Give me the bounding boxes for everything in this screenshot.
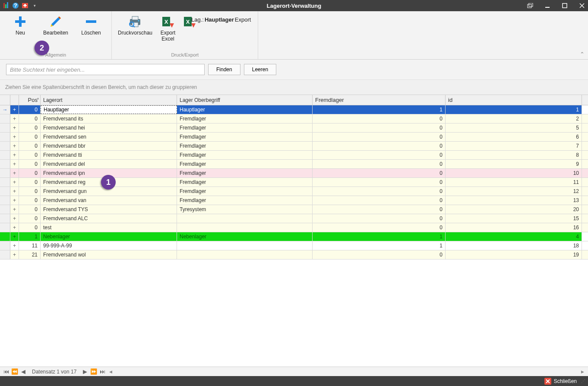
cell-lagerort: Fremdversand wol	[41, 250, 177, 259]
row-indicator	[0, 205, 10, 214]
cell-lagerort: Fremdversand its	[41, 114, 177, 123]
cell-id: 20	[446, 205, 582, 214]
cell-fremdlager: 0	[313, 223, 446, 232]
row-indicator	[0, 114, 10, 123]
find-button[interactable]: Finden	[208, 64, 240, 75]
window-restore-button[interactable]	[527, 2, 534, 9]
cell-oberbegriff	[177, 223, 313, 232]
cell-lagerort: Fremdversand hei	[41, 123, 177, 132]
table-row[interactable]: +1NebenlagerNebenlager14	[0, 232, 588, 241]
ribbon-collapse-icon[interactable]: ⌃	[580, 51, 585, 57]
clear-button[interactable]: Leeren	[244, 64, 276, 75]
cell-fremdlager: 0	[313, 114, 446, 123]
cell-fremdlager: 0	[313, 160, 446, 168]
druckvorschau-label: Druckvorschau	[118, 30, 152, 36]
table-row[interactable]: +0Fremdversand delFremdlager09	[0, 160, 588, 169]
cell-fremdlager: 0	[313, 151, 446, 159]
row-expand-button[interactable]: +	[10, 196, 19, 205]
table-row[interactable]: +1199-999-A-99118	[0, 241, 588, 250]
svg-rect-10	[529, 3, 533, 6]
row-expand-button[interactable]: +	[10, 142, 19, 150]
grid-header: Pos▴ Lagerort Lager Oberbegriff Fremdlag…	[0, 95, 588, 105]
lager-export-text[interactable]: Lag.: Hauptlager Export	[187, 13, 255, 51]
window-maximize-button[interactable]	[561, 2, 568, 9]
row-expand-button[interactable]: +	[10, 133, 19, 141]
table-row[interactable]: +0Fremdversand bbrFremdlager07	[0, 142, 588, 151]
row-expand-button[interactable]: +	[10, 169, 19, 177]
grid-header-lagerort[interactable]: Lagerort	[41, 95, 177, 105]
window-close-button[interactable]	[579, 2, 585, 9]
table-row[interactable]: +0Fremdversand vanFremdlager013	[0, 196, 588, 205]
cell-id: 13	[446, 196, 582, 205]
search-input[interactable]	[6, 64, 205, 75]
table-row[interactable]: +0Fremdversand regFremdlager011	[0, 178, 588, 187]
row-expand-button[interactable]: +	[10, 160, 19, 168]
svg-rect-22	[132, 16, 138, 20]
cell-oberbegriff	[177, 241, 313, 250]
row-indicator	[0, 250, 10, 259]
row-expand-button[interactable]: +	[10, 214, 19, 223]
row-expand-button[interactable]: +	[10, 114, 19, 123]
row-expand-button[interactable]: +	[10, 205, 19, 214]
table-row[interactable]: +0Fremdversand gunFremdlager012	[0, 187, 588, 196]
pencil-icon	[49, 15, 63, 28]
lager-export-bold: Hauptlager	[205, 16, 234, 23]
table-row[interactable]: +0Fremdversand ttiFremdlager08	[0, 151, 588, 160]
cell-pos: 0	[19, 105, 41, 114]
grid-header-indicator	[0, 95, 10, 105]
row-indicator	[0, 178, 10, 187]
grid-header-expand	[10, 95, 19, 105]
table-row[interactable]: +0Fremdversand TYSTyresystem020	[0, 205, 588, 214]
row-expand-button[interactable]: +	[10, 241, 19, 250]
table-row[interactable]: +21Fremdversand wol019	[0, 250, 588, 259]
cell-pos: 11	[19, 241, 41, 250]
grid-header-oberbegriff[interactable]: Lager Oberbegriff	[177, 95, 313, 105]
row-expand-button[interactable]: +	[10, 151, 19, 159]
row-indicator	[0, 232, 10, 241]
titlebar-dropdown-icon[interactable]: ▾	[31, 2, 38, 9]
row-expand-button[interactable]: +	[10, 123, 19, 132]
cell-fremdlager: 0	[313, 123, 446, 132]
cell-oberbegriff: Fremdlager	[177, 196, 313, 205]
row-indicator: →	[0, 105, 10, 114]
export-excel-button[interactable]: X Export Excel	[156, 13, 180, 51]
cell-oberbegriff	[177, 214, 313, 223]
cell-oberbegriff: Fremdlager	[177, 133, 313, 141]
flag-icon[interactable]	[22, 2, 28, 9]
svg-rect-8	[25, 4, 25, 7]
row-expand-button[interactable]: +	[10, 250, 19, 259]
table-row[interactable]: +0Fremdversand itsFremdlager02	[0, 114, 588, 123]
help-icon[interactable]: ?	[12, 2, 19, 9]
app-icon	[3, 2, 9, 9]
table-row[interactable]: +0Fremdversand senFremdlager06	[0, 133, 588, 142]
neu-button[interactable]: Neu	[3, 13, 38, 51]
cell-id: 19	[446, 250, 582, 259]
table-row[interactable]: +0test016	[0, 223, 588, 232]
cell-lagerort: 99-999-A-99	[41, 241, 177, 250]
cell-lagerort: Fremdversand van	[41, 196, 177, 205]
table-row[interactable]: →+0HauptlagerHauptlager11	[0, 105, 588, 114]
bearbeiten-label: Bearbeiten	[43, 30, 68, 36]
table-row[interactable]: +0Fremdversand ipnFremdlager010	[0, 169, 588, 178]
druckvorschau-button[interactable]: Druckvorschau	[114, 13, 156, 51]
export-excel-label: Export Excel	[157, 30, 179, 42]
cell-pos: 0	[19, 223, 41, 232]
row-expand-button[interactable]: +	[10, 178, 19, 187]
grid-header-pos[interactable]: Pos▴	[19, 95, 41, 105]
table-row[interactable]: +0Fremdversand heiFremdlager05	[0, 123, 588, 133]
row-expand-button[interactable]: +	[10, 223, 19, 232]
grid-header-fremdlager[interactable]: Fremdlager	[313, 95, 446, 105]
table-row[interactable]: +0Fremdversand ALC015	[0, 214, 588, 223]
col-pos-label: Pos	[28, 97, 38, 103]
row-expand-button[interactable]: +	[10, 232, 19, 241]
row-expand-button[interactable]: +	[10, 187, 19, 196]
grid-header-id[interactable]: id	[446, 95, 582, 105]
svg-marker-29	[170, 23, 174, 28]
window-minimize-button[interactable]	[544, 2, 551, 9]
lager-export-suffix: Export	[235, 16, 251, 23]
grid: Pos▴ Lagerort Lager Oberbegriff Fremdlag…	[0, 95, 588, 259]
loeschen-button[interactable]: Löschen	[73, 13, 109, 51]
group-panel[interactable]: Ziehen Sie eine Spaltenüberschrift in di…	[0, 80, 588, 95]
row-expand-button[interactable]: +	[10, 105, 19, 114]
ribbon-group-druckexport: Druckvorschau X Export Excel X Lag.: Hau…	[112, 11, 258, 59]
